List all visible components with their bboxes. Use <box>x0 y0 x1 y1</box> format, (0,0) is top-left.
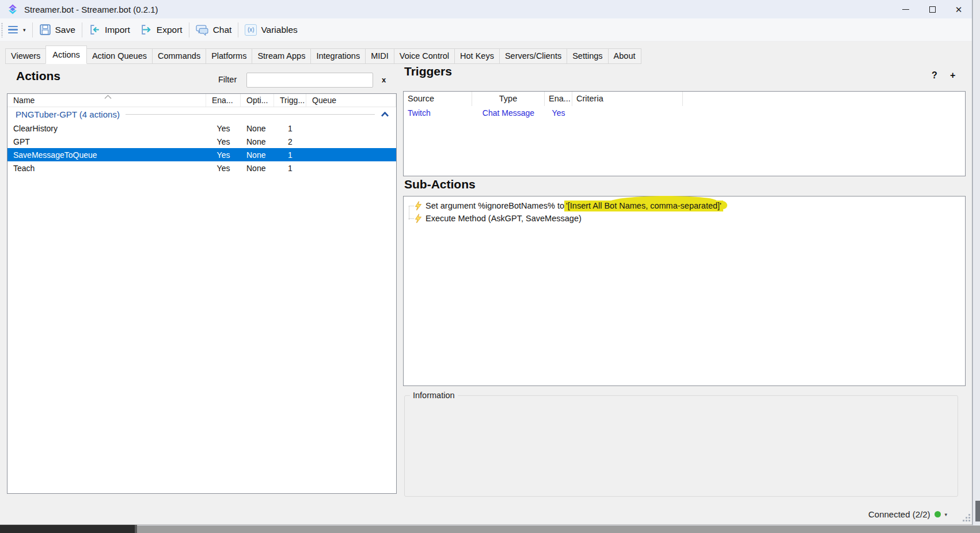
action-enabled: Yes <box>206 137 241 146</box>
action-enabled: Yes <box>206 164 241 173</box>
import-button[interactable]: Import <box>83 21 135 39</box>
action-group-row[interactable]: PNGTuber-GPT (4 actions) <box>7 107 396 122</box>
action-name: GPT <box>7 137 206 146</box>
subaction-text: Execute Method (AskGPT, SaveMessage) <box>426 214 582 223</box>
import-label: Import <box>105 25 130 35</box>
action-name: SaveMessageToQueue <box>7 150 206 160</box>
tab-stream-apps[interactable]: Stream Apps <box>252 48 311 64</box>
filter-label: Filter <box>218 75 237 84</box>
column-header-option[interactable]: Opti... <box>241 94 274 107</box>
column-header-criteria[interactable]: Criteria <box>572 92 683 106</box>
trigger-row-twitch-chat-message[interactable]: Twitch Chat Message Yes <box>404 106 965 120</box>
save-floppy-icon <box>39 24 51 36</box>
subactions-panel-title: Sub-Actions <box>404 177 476 191</box>
streamerbot-window: Streamer.bot - Streamer.bot (0.2.1) ✕ ▾ <box>0 0 973 525</box>
connection-status[interactable]: Connected (2/2) ▾ <box>868 509 947 519</box>
trigger-type: Chat Message <box>472 108 545 118</box>
tab-commands[interactable]: Commands <box>152 48 206 64</box>
subaction-item-execute-method[interactable]: Execute Method (AskGPT, SaveMessage) <box>404 212 965 225</box>
column-header-source[interactable]: Source <box>404 92 472 106</box>
tab-actions[interactable]: Actions <box>45 46 87 64</box>
table-row-savemessagetoqueue-selected[interactable]: SaveMessageToQueue Yes None 1 <box>7 148 396 161</box>
toolbar-separator <box>189 22 189 37</box>
table-row-teach[interactable]: Teach Yes None 1 <box>7 161 396 175</box>
variables-button[interactable]: (x) Variables <box>240 21 302 39</box>
action-trigger-count: 1 <box>274 164 306 173</box>
minimize-button[interactable] <box>892 0 919 18</box>
filter-input[interactable] <box>246 73 373 88</box>
toolbar-separator <box>32 22 33 37</box>
main-menu-button[interactable]: ▾ <box>3 21 31 39</box>
chevron-down-icon: ▾ <box>23 27 26 33</box>
table-row-clearhistory[interactable]: ClearHistory Yes None 1 <box>7 122 396 135</box>
column-header-enabled[interactable]: Ena... <box>206 94 241 107</box>
close-button[interactable]: ✕ <box>945 0 972 18</box>
trigger-source: Twitch <box>404 108 472 118</box>
connection-status-text: Connected (2/2) <box>868 509 930 519</box>
column-header-triggers[interactable]: Trigg... <box>274 94 306 107</box>
toolbar: ▾ Save Import <box>0 18 972 41</box>
actions-table-header: Name Ena... Opti... Trigg... Queue <box>7 94 396 107</box>
variables-label: Variables <box>261 25 297 35</box>
save-button[interactable]: Save <box>34 21 81 39</box>
window-resize-grip[interactable] <box>960 512 972 523</box>
variables-icon: (x) <box>245 24 257 36</box>
save-label: Save <box>55 25 75 35</box>
chevron-down-icon: ▾ <box>945 512 948 517</box>
trigger-enabled: Yes <box>545 108 572 118</box>
triggers-table: Source Type Ena... Criteria Twitch Chat … <box>403 91 966 176</box>
tab-voice-control[interactable]: Voice Control <box>394 48 455 64</box>
export-button[interactable]: Export <box>135 21 188 39</box>
tab-servers-clients[interactable]: Servers/Clients <box>499 48 567 64</box>
actions-table: Name Ena... Opti... Trigg... Queue PNGTu… <box>7 93 397 494</box>
action-option: None <box>241 124 274 133</box>
hamburger-menu-icon <box>8 26 18 34</box>
action-name: ClearHistory <box>7 124 206 133</box>
sort-ascending-icon <box>104 94 112 99</box>
action-enabled: Yes <box>206 150 241 160</box>
chat-bubbles-icon <box>196 24 209 36</box>
tab-viewers[interactable]: Viewers <box>5 48 46 64</box>
lightning-bolt-icon <box>415 214 422 224</box>
toolbar-separator <box>82 22 82 37</box>
tab-bar: Viewers Actions Action Queues Commands P… <box>6 46 641 64</box>
add-trigger-button[interactable]: + <box>950 70 955 81</box>
action-enabled: Yes <box>206 124 241 133</box>
streamerbot-logo-icon <box>7 3 18 15</box>
filter-clear-button[interactable]: x <box>382 75 386 84</box>
action-trigger-count: 1 <box>274 124 306 133</box>
tab-action-queues[interactable]: Action Queues <box>86 48 153 64</box>
action-option: None <box>241 137 274 146</box>
action-name: Teach <box>7 164 206 173</box>
tab-settings[interactable]: Settings <box>567 48 608 64</box>
lightning-bolt-icon <box>415 201 422 211</box>
chat-label: Chat <box>213 25 232 35</box>
tab-midi[interactable]: MIDI <box>365 48 394 64</box>
table-row-gpt[interactable]: GPT Yes None 2 <box>7 135 396 148</box>
subaction-item-set-argument[interactable]: Set argument %ignoreBotNames% to '[Inser… <box>404 199 965 212</box>
connected-dot-icon <box>935 511 941 517</box>
triggers-help-button[interactable]: ? <box>932 70 937 81</box>
triggers-table-header: Source Type Ena... Criteria <box>404 92 965 106</box>
export-icon <box>140 24 153 36</box>
minimize-icon <box>902 9 909 10</box>
column-header-spacer <box>683 92 965 106</box>
subaction-text: Set argument %ignoreBotNames% to <box>426 201 564 210</box>
triggers-panel-title: Triggers <box>404 65 452 78</box>
action-group-label: PNGTuber-GPT (4 actions) <box>16 109 120 119</box>
column-header-type[interactable]: Type <box>472 92 545 106</box>
tab-hot-keys[interactable]: Hot Keys <box>454 48 500 64</box>
import-icon <box>89 24 101 36</box>
column-header-queue[interactable]: Queue <box>306 94 396 107</box>
group-collapse-chevron-icon[interactable] <box>381 112 389 117</box>
column-header-enabled[interactable]: Ena... <box>545 92 572 106</box>
chat-button[interactable]: Chat <box>191 21 237 39</box>
window-controls: ✕ <box>892 0 972 18</box>
background-taskbar-dark <box>0 525 137 533</box>
maximize-button[interactable] <box>919 0 945 18</box>
tab-integrations[interactable]: Integrations <box>310 48 366 64</box>
tab-platforms[interactable]: Platforms <box>206 48 252 64</box>
tab-about[interactable]: About <box>608 48 641 64</box>
close-icon: ✕ <box>955 5 963 14</box>
subactions-list: Set argument %ignoreBotNames% to '[Inser… <box>403 196 966 386</box>
